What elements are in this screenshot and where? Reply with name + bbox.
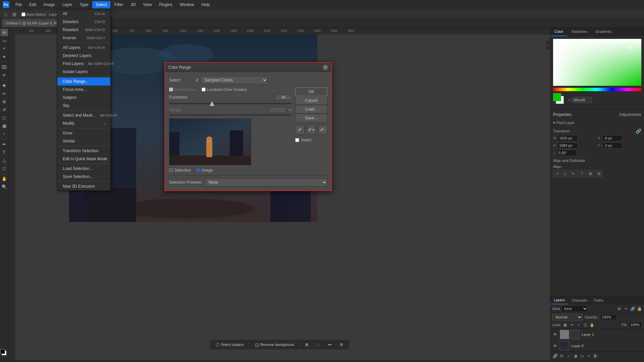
menu-item-deselect-layers[interactable]: Deselect Layers — [57, 52, 110, 60]
selection-radio[interactable] — [169, 168, 173, 172]
dodge-tool[interactable]: ○ — [1, 130, 8, 137]
fuzziness-track[interactable] — [169, 103, 292, 104]
tab-channels[interactable]: Channels — [568, 296, 590, 304]
lock-image-icon[interactable]: ✏ — [569, 322, 575, 327]
align-top-btn[interactable]: ⊤ — [578, 170, 586, 177]
cancel-button[interactable]: Cancel — [295, 96, 327, 105]
brush-tool[interactable]: ✏ — [1, 90, 8, 97]
selection-preview-select[interactable]: None — [205, 178, 327, 186]
image-radio[interactable] — [196, 168, 200, 172]
color-gradient[interactable] — [553, 39, 641, 86]
new-layer-icon[interactable]: + — [586, 353, 591, 359]
align-center-h-btn[interactable]: ⊥ — [561, 170, 569, 177]
eraser-tool[interactable]: ◻ — [1, 114, 8, 121]
delete-layer-icon[interactable]: 🗑 — [593, 353, 598, 359]
menu-item-similar[interactable]: Similar — [57, 137, 110, 145]
invert-checkbox[interactable] — [295, 138, 299, 142]
crop-icon-btn[interactable]: ⊠ — [303, 341, 311, 348]
eyedropper-plus-button[interactable]: ✐+ — [307, 125, 316, 134]
menu-item-select-and-mask[interactable]: Select and Mask... Alt+Ctrl+R — [57, 111, 110, 119]
tab-swatches[interactable]: Swatches — [567, 27, 591, 36]
tab-color[interactable]: Color — [550, 27, 567, 36]
fill-input[interactable] — [629, 322, 642, 328]
y-input[interactable] — [602, 142, 623, 148]
blend-mode-select[interactable]: Normal — [552, 314, 583, 320]
menu-view[interactable]: View — [140, 1, 155, 8]
eyedropper-tool[interactable]: ✐ — [1, 71, 8, 79]
mask-icon-btn[interactable]: ◌ — [314, 341, 322, 348]
layer-item-0[interactable]: 👁 Layer 0 — [550, 340, 644, 352]
lasso-tool[interactable]: ⌖ — [1, 45, 8, 52]
x-input[interactable] — [602, 135, 623, 141]
menu-item-all-layers[interactable]: All Layers Alt+Ctrl+A — [57, 44, 110, 52]
opacity-input[interactable] — [600, 314, 617, 320]
align-bottom-btn[interactable]: ⊟ — [595, 170, 602, 177]
fx-icon[interactable]: fx — [559, 353, 565, 359]
detect-faces-checkbox[interactable] — [169, 87, 173, 92]
menu-edit[interactable]: Edit — [26, 1, 40, 8]
group-icon[interactable]: ▭ — [579, 353, 585, 359]
zoom-tool[interactable]: 🔍 — [1, 183, 8, 190]
clone-tool[interactable]: ⊕ — [1, 98, 8, 105]
filter-icon[interactable]: ⊛ — [616, 306, 622, 311]
range-input[interactable] — [269, 107, 286, 113]
menu-file[interactable]: File — [12, 1, 25, 8]
menu-filter[interactable]: Filter — [111, 1, 127, 8]
fg-color[interactable] — [553, 93, 561, 101]
localized-color-checkbox[interactable] — [202, 87, 206, 92]
shape-tool[interactable]: ◻ — [1, 165, 8, 172]
move-tool[interactable]: ✛ — [1, 29, 8, 36]
crop-tool[interactable]: ⌧ — [1, 63, 8, 71]
tab-paths[interactable]: Paths — [591, 296, 607, 304]
fg-color-swatch[interactable] — [0, 349, 5, 354]
align-middle-btn[interactable]: ⊞ — [587, 170, 594, 177]
layer-1-vis-icon[interactable]: 👁 — [552, 332, 558, 337]
panel-collapse-btn[interactable]: › — [545, 40, 550, 50]
menu-item-transform-selection[interactable]: Transform Selection — [57, 147, 110, 155]
hand-tool[interactable]: ✋ — [1, 175, 8, 182]
save-button[interactable]: Save... — [295, 114, 327, 122]
range-track[interactable] — [169, 114, 292, 116]
menu-item-save-selection[interactable]: Save Selection... — [57, 173, 110, 181]
text-tool[interactable]: T — [1, 148, 8, 156]
lock-icon[interactable]: 🔒 — [637, 306, 642, 311]
link-icon[interactable]: 🔗 — [636, 128, 641, 134]
menu-item-grow[interactable]: Grow — [57, 129, 110, 137]
menu-item-3d-extrusion[interactable]: New 3D Extrusion — [57, 182, 110, 190]
menu-item-isolate-layers[interactable]: Isolate Layers — [57, 68, 110, 76]
menu-item-inverse[interactable]: Inverse Shift+Ctrl+I — [57, 34, 110, 42]
lock-all-icon[interactable]: 🔒 — [589, 322, 595, 327]
remove-background-button[interactable]: ◫ Remove background — [252, 341, 297, 349]
selection-tool[interactable]: ▭ — [1, 37, 8, 44]
align-left-btn[interactable]: ⊣ — [553, 170, 560, 177]
align-right-btn[interactable]: ⊢ — [570, 170, 577, 177]
gradient-tool[interactable]: ▦ — [1, 122, 8, 129]
path-tool[interactable]: △ — [1, 157, 8, 164]
menu-plugins[interactable]: Plugins — [156, 1, 176, 8]
add-mask-icon[interactable]: ○ — [566, 353, 571, 359]
menu-layer[interactable]: Layer — [59, 1, 75, 8]
menu-item-focus-area[interactable]: Focus Area... — [57, 85, 110, 94]
auto-select-checkbox[interactable] — [21, 12, 25, 16]
menu-item-deselect[interactable]: Deselect Ctrl+D — [57, 18, 110, 26]
more-options-btn[interactable]: ••• — [325, 341, 334, 348]
h-input[interactable] — [557, 142, 578, 148]
lock-position-icon[interactable]: + — [576, 322, 581, 327]
link-layers-bottom-icon[interactable]: 🔗 — [552, 353, 558, 359]
hue-slider[interactable] — [553, 88, 641, 91]
layers-kind-select[interactable]: Kind — [561, 305, 588, 312]
eyedropper-add-button[interactable]: ✐ — [295, 125, 305, 134]
dialog-select-dropdown[interactable]: Sampled Colors — [201, 76, 268, 84]
tab-gradients[interactable]: Gradients — [591, 27, 615, 36]
menu-item-sky[interactable]: Sky — [57, 102, 110, 110]
menu-item-modify[interactable]: Modify › — [57, 119, 110, 127]
menu-item-quick-mask[interactable]: Edit in Quick Mask Mode — [57, 155, 110, 163]
hex-input[interactable] — [572, 97, 592, 103]
add-layer-icon[interactable]: + — [623, 306, 629, 311]
dialog-close-button[interactable]: × — [323, 65, 328, 70]
link-layers-icon[interactable]: 🔗 — [630, 306, 635, 311]
history-tool[interactable]: ↺ — [1, 106, 8, 113]
menu-item-all[interactable]: All Ctrl+A — [57, 10, 110, 18]
menu-item-load-selection[interactable]: Load Selection... — [57, 165, 110, 173]
load-button[interactable]: Load... — [295, 105, 327, 114]
